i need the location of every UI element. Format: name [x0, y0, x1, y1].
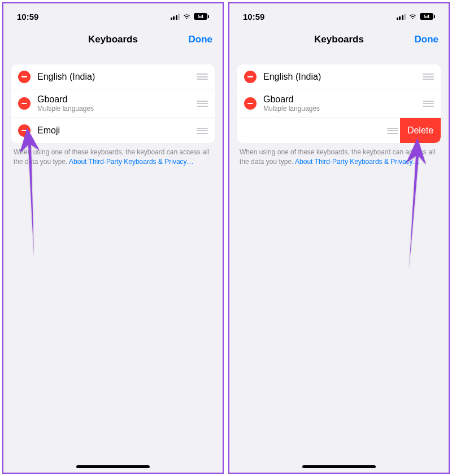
status-bar: 10:59 54	[3, 3, 223, 27]
list-item[interactable]: English (India)	[237, 64, 441, 89]
status-indicators: 54	[171, 13, 210, 20]
keyboard-list: English (India) Gboard Multiple language…	[11, 64, 215, 143]
drag-handle-icon[interactable]	[192, 101, 208, 107]
keyboard-name: English (India)	[263, 72, 418, 82]
list-item[interactable]: Emoji	[11, 118, 215, 143]
keyboard-name: English (India)	[37, 72, 192, 82]
keyboard-name: Emoji	[37, 126, 192, 136]
status-time: 10:59	[243, 12, 264, 21]
keyboard-subtitle: Multiple languages	[37, 105, 192, 112]
page-title: Keyboards	[314, 34, 364, 45]
remove-icon[interactable]	[18, 124, 31, 137]
privacy-link[interactable]: About Third-Party Keyboards & Privacy…	[295, 158, 420, 166]
drag-handle-icon[interactable]	[192, 128, 208, 134]
wifi-icon	[182, 13, 191, 20]
drag-handle-icon[interactable]	[418, 73, 434, 80]
privacy-link[interactable]: About Third-Party Keyboards & Privacy…	[69, 158, 194, 166]
phone-screen-right: 10:59 54 Keyboards Done English (India) …	[228, 2, 450, 474]
drag-handle-icon[interactable]	[418, 101, 434, 107]
footer-text: When using one of these keyboards, the k…	[240, 148, 438, 167]
home-indicator[interactable]	[302, 465, 376, 468]
keyboard-name: ji	[237, 126, 383, 136]
keyboard-name: Gboard	[37, 94, 192, 105]
done-button[interactable]: Done	[189, 34, 213, 45]
remove-icon[interactable]	[18, 97, 31, 110]
status-bar: 10:59 54	[229, 3, 449, 27]
keyboard-subtitle: Multiple languages	[263, 105, 418, 112]
signal-icon	[397, 14, 406, 20]
list-item[interactable]: English (India)	[11, 64, 215, 89]
signal-icon	[171, 14, 180, 20]
list-item-swiped[interactable]: ji Delete	[237, 118, 441, 143]
remove-icon[interactable]	[18, 71, 31, 83]
nav-header: Keyboards Done	[229, 27, 449, 54]
status-time: 10:59	[17, 12, 38, 21]
home-indicator[interactable]	[76, 465, 150, 468]
nav-header: Keyboards Done	[3, 27, 223, 54]
phone-screen-left: 10:59 54 Keyboards Done English (India) …	[2, 2, 224, 474]
remove-icon[interactable]	[244, 97, 257, 110]
footer-text: When using one of these keyboards, the k…	[14, 148, 212, 167]
keyboard-list: English (India) Gboard Multiple language…	[237, 64, 441, 143]
list-item[interactable]: Gboard Multiple languages	[237, 89, 441, 118]
wifi-icon	[408, 13, 417, 20]
status-indicators: 54	[397, 13, 436, 20]
delete-button[interactable]: Delete	[400, 118, 441, 143]
battery-icon: 54	[420, 13, 435, 20]
battery-icon: 54	[194, 13, 209, 20]
drag-handle-icon[interactable]	[383, 128, 398, 134]
list-item[interactable]: Gboard Multiple languages	[11, 89, 215, 118]
keyboard-name: Gboard	[263, 94, 418, 105]
page-title: Keyboards	[88, 34, 138, 45]
remove-icon[interactable]	[244, 71, 257, 83]
drag-handle-icon[interactable]	[192, 73, 208, 80]
done-button[interactable]: Done	[415, 34, 439, 45]
